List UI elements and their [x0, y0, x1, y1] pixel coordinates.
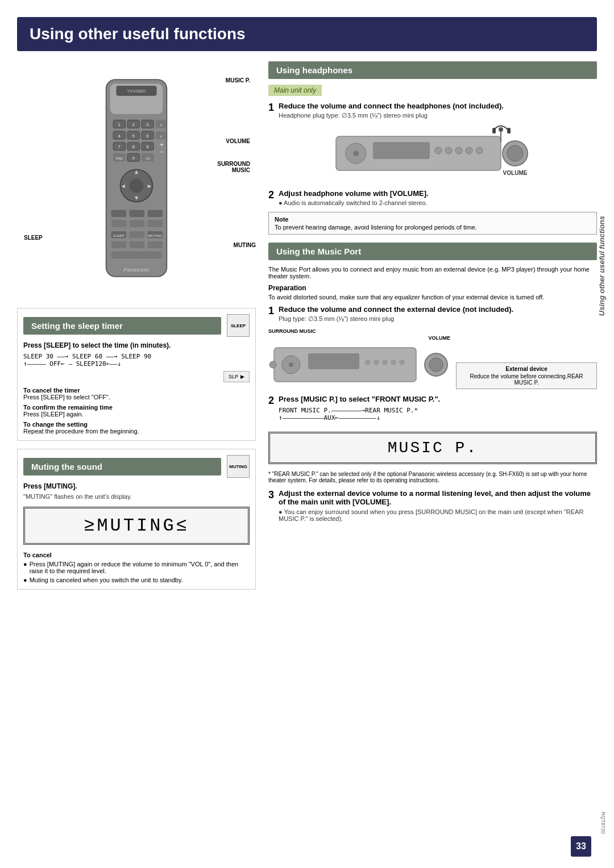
headphones-section: Using headphones Main unit only 1 Reduce… — [268, 61, 597, 235]
music-port-header: Using the Music Port — [268, 243, 597, 260]
music-display: MUSIC P. — [268, 432, 597, 464]
svg-point-79 — [382, 360, 388, 365]
music-port-step1: 1 Reduce the volume and connect the exte… — [268, 305, 597, 323]
music-port-device-svg — [268, 342, 450, 387]
music-port-intro: The Music Port allows you to connect and… — [268, 266, 597, 279]
headphone-device-svg: VOLUME — [325, 125, 541, 182]
svg-text:TV/VIDEO: TV/VIDEO — [127, 89, 146, 94]
svg-text:▲: ▲ — [134, 168, 140, 175]
svg-point-60 — [435, 147, 442, 154]
svg-rect-59 — [373, 142, 430, 159]
svg-text:MUTING: MUTING — [148, 233, 163, 237]
svg-text:1: 1 — [118, 122, 121, 127]
svg-text:▼: ▼ — [134, 194, 140, 201]
music-p-label: MUSIC P. — [226, 77, 250, 84]
svg-rect-42 — [148, 210, 163, 217]
music-port-step2: 2 Press [MUSIC P.] to select "FRONT MUSI… — [268, 395, 597, 425]
music-port-flow: FRONT MUSIC P.————————→REAR MUSIC P.* ↑—… — [279, 407, 597, 422]
sleep-label: SLEEP — [24, 235, 43, 241]
svg-text:3: 3 — [146, 122, 149, 127]
page-title: Using other useful functions — [17, 17, 597, 51]
svg-text::10: :10 — [145, 156, 150, 160]
svg-text:∨: ∨ — [160, 134, 162, 138]
music-port-section: Using the Music Port The Music Port allo… — [268, 243, 597, 522]
headphones-header: Using headphones — [268, 61, 597, 79]
svg-point-75 — [269, 361, 276, 368]
svg-rect-69 — [492, 128, 496, 133]
svg-text:►: ► — [147, 182, 153, 189]
muting-section-header: Muting the sound — [23, 458, 221, 475]
doc-code: RQT8720 — [600, 812, 606, 834]
svg-rect-70 — [507, 128, 511, 133]
right-column: Using headphones Main unit only 1 Reduce… — [268, 61, 597, 598]
surround-music-label: SURROUNDMUSIC — [217, 161, 250, 173]
muting-section: Muting the sound MUTING Press [MUTING]. … — [17, 449, 256, 590]
remote-svg: TV/VIDEO 1 2 3 ∧ 4 5 6 — [91, 61, 182, 300]
muting-cancel-bullet-2: ●Muting is canceled when you switch the … — [23, 577, 250, 583]
svg-rect-52 — [130, 241, 145, 248]
svg-point-61 — [445, 147, 452, 154]
svg-point-83 — [429, 358, 443, 372]
svg-text:PRE: PRE — [115, 156, 123, 160]
svg-text:–: – — [160, 148, 163, 155]
svg-rect-45 — [148, 220, 163, 227]
sleep-section-header: Setting the sleep timer — [23, 317, 221, 335]
svg-rect-44 — [130, 220, 145, 227]
svg-point-66 — [507, 145, 523, 161]
muting-step1-heading: Press [MUTING]. — [23, 482, 250, 490]
muting-label: MUTING — [234, 242, 256, 248]
confirm-remaining-section: To confirm the remaining time Press [SLE… — [23, 404, 250, 418]
svg-rect-51 — [111, 241, 127, 248]
headphone-note-box: Note To prevent hearing damage, avoid li… — [268, 212, 597, 235]
page-number: 33 — [571, 836, 591, 857]
sleep-step1-heading: Press [SLEEP] to select the time (in min… — [23, 341, 250, 349]
svg-point-58 — [353, 151, 359, 156]
svg-text:VOLUME: VOLUME — [503, 170, 528, 176]
svg-point-68 — [499, 127, 503, 132]
headphone-step2: 2 Adjust headphone volume with [VOLUME].… — [268, 189, 597, 206]
svg-point-64 — [476, 147, 483, 154]
ext-device-box: External device Reduce the volume before… — [456, 362, 597, 389]
page-container: Using other useful functions TV/VIDEO 1 — [0, 0, 614, 868]
svg-rect-54 — [111, 251, 162, 258]
surround-label: SURROUND MUSIC — [268, 328, 450, 334]
change-setting-section: To change the setting Repeat the procedu… — [23, 421, 250, 435]
sleep-button-diagram: SLEEP — [227, 314, 250, 337]
svg-point-63 — [466, 147, 472, 154]
muting-cancel-bullet-1: ●Press [MUTING] again or reduce the volu… — [23, 561, 250, 574]
prep-text: To avoid distorted sound, make sure that… — [268, 294, 597, 301]
muting-cancel-section: To cancel ●Press [MUTING] again or reduc… — [23, 552, 250, 583]
headphone-step1: 1 Reduce the volume and connect the head… — [268, 102, 597, 119]
left-column: TV/VIDEO 1 2 3 ∧ 4 5 6 — [17, 61, 256, 598]
muting-display: ≥MUTING≤ — [23, 507, 250, 545]
headphone-device-diagram: VOLUME — [268, 125, 597, 183]
svg-text:7: 7 — [118, 144, 121, 149]
svg-text:0: 0 — [132, 156, 135, 161]
svg-text:◄: ◄ — [121, 182, 127, 189]
svg-text:9: 9 — [146, 144, 149, 149]
svg-text:2: 2 — [132, 122, 135, 127]
svg-text:5: 5 — [132, 133, 135, 139]
music-port-device-diagram: SURROUND MUSIC VOLUME — [268, 328, 597, 389]
sleep-flow1: SLEEP 30 ——→ SLEEP 60 ——→ SLEEP 90 ↑————… — [23, 353, 250, 368]
svg-point-74 — [289, 362, 293, 367]
music-port-footnote: * "REAR MUSIC P." can be selected only i… — [268, 471, 597, 483]
svg-text:6: 6 — [146, 133, 149, 139]
svg-point-80 — [391, 360, 396, 365]
svg-rect-41 — [130, 210, 145, 217]
volume-label-music: VOLUME — [268, 335, 450, 341]
svg-rect-76 — [308, 353, 359, 369]
svg-point-35 — [130, 178, 144, 193]
svg-text:SLEEP: SLEEP — [113, 233, 125, 237]
remote-illustration: TV/VIDEO 1 2 3 ∧ 4 5 6 — [17, 61, 256, 300]
vertical-text: Using other useful functions — [598, 216, 606, 316]
svg-point-78 — [374, 360, 379, 365]
svg-text:4: 4 — [118, 133, 121, 139]
svg-text:8: 8 — [132, 144, 135, 149]
svg-text:∧: ∧ — [160, 123, 162, 127]
prep-heading: Preparation — [268, 284, 597, 292]
svg-rect-40 — [111, 210, 127, 217]
svg-rect-48 — [130, 231, 145, 238]
music-port-step3: 3 Adjust the external device volume to a… — [268, 489, 597, 522]
volume-label: VOLUME — [226, 138, 250, 144]
